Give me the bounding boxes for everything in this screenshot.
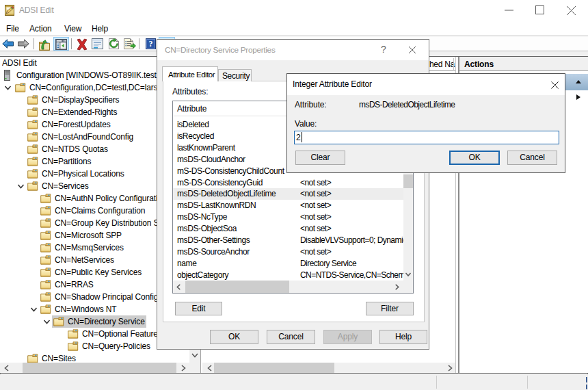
svg-text:?: ? <box>149 39 153 49</box>
